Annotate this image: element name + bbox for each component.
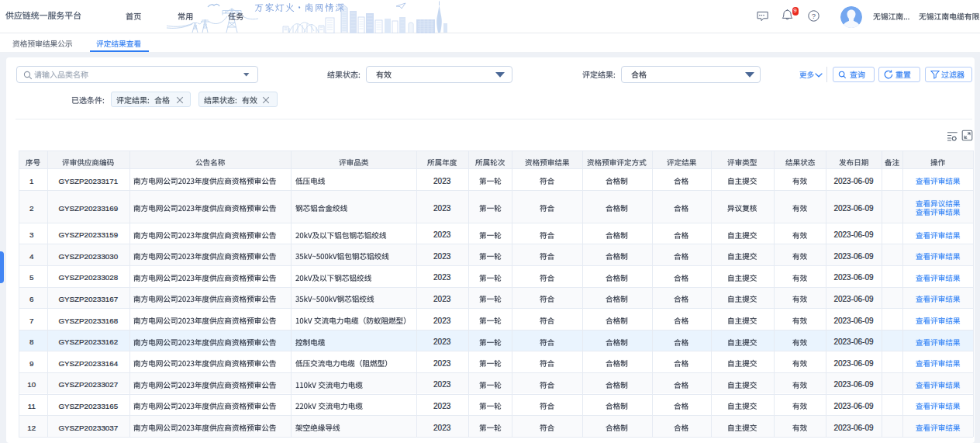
svg-text:?: ? bbox=[812, 12, 816, 20]
